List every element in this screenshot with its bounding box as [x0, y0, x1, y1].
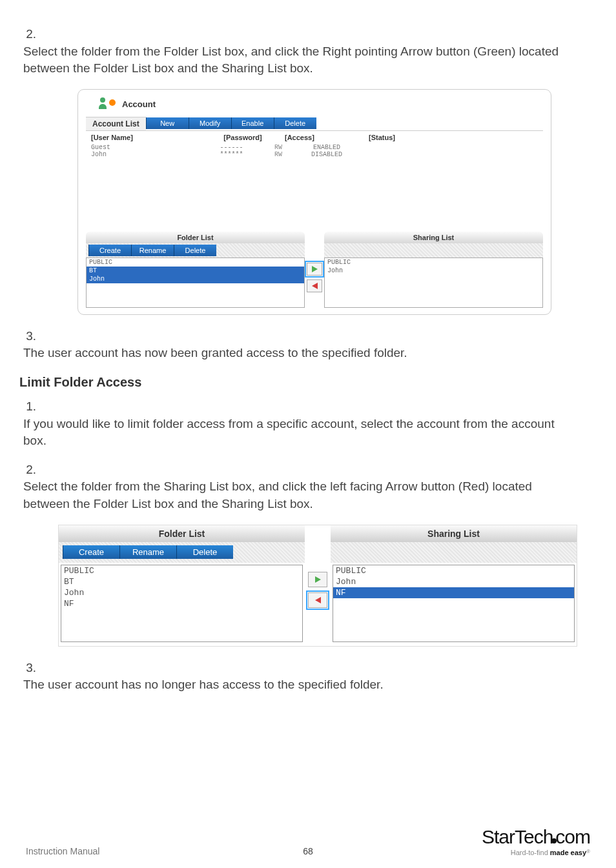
- folder-list-box[interactable]: PUBLIC BT John: [86, 257, 305, 308]
- sharing-list-header-2: Sharing List: [331, 525, 577, 542]
- list-item[interactable]: BT: [61, 576, 302, 587]
- arrow-left-icon: [315, 597, 321, 603]
- cell-rw: RW: [262, 144, 285, 151]
- table-row[interactable]: John ****** RW DISABLED: [86, 151, 543, 158]
- rename-button[interactable]: Rename: [131, 245, 174, 256]
- step-text: The user account has no longer has acces…: [23, 676, 577, 694]
- list-item[interactable]: PUBLIC: [87, 258, 304, 267]
- list-item[interactable]: NF: [333, 587, 574, 598]
- page-number: 68: [303, 846, 313, 856]
- list-item[interactable]: John: [61, 587, 302, 598]
- step-text: Select the folder from the Folder List b…: [23, 43, 577, 77]
- move-left-button-2[interactable]: [308, 592, 327, 608]
- step-text: If you would like to limit folder access…: [23, 416, 577, 450]
- instruction-step-2: 2. Select the folder from the Folder Lis…: [19, 26, 597, 77]
- list-item[interactable]: PUBLIC: [333, 565, 574, 576]
- create-button[interactable]: Create: [88, 245, 131, 256]
- sharing-list-header: Sharing List: [324, 232, 543, 243]
- footer-left: Instruction Manual: [26, 846, 99, 856]
- account-list-label: Account List: [86, 117, 146, 130]
- folder-delete-button[interactable]: Delete: [174, 245, 216, 256]
- list-item[interactable]: John: [325, 267, 542, 275]
- panel-title: Account: [122, 99, 156, 109]
- step-text: The user account has now been granted ac…: [23, 345, 577, 362]
- limit-step-1: 1. If you would like to limit folder acc…: [19, 398, 597, 450]
- cell-access: ENABLED: [285, 144, 369, 151]
- table-row[interactable]: Guest ------ RW ENABLED: [86, 144, 543, 151]
- arrow-right-icon: [315, 576, 321, 583]
- move-right-button[interactable]: [307, 263, 322, 276]
- cell-pw: ******: [201, 151, 262, 158]
- step-number: 2.: [19, 26, 36, 43]
- brand-tagline: Hard-to-find made easy®: [482, 849, 590, 856]
- users-icon: [99, 97, 117, 112]
- new-button[interactable]: New: [146, 117, 189, 129]
- limit-step-2: 2. Select the folder from the Sharing Li…: [19, 461, 597, 513]
- list-item[interactable]: PUBLIC: [325, 258, 542, 267]
- enable-button[interactable]: Enable: [231, 117, 274, 129]
- move-right-button-2[interactable]: [308, 572, 327, 587]
- cell-user: John: [91, 151, 201, 158]
- list-item[interactable]: John: [333, 576, 574, 587]
- col-status: [Status]: [369, 134, 446, 141]
- limit-folder-access-heading: Limit Folder Access: [19, 374, 597, 390]
- delete-button[interactable]: Delete: [274, 117, 316, 129]
- folder-list-box-2[interactable]: PUBLIC BT John NF: [61, 565, 303, 642]
- list-item[interactable]: NF: [61, 598, 302, 609]
- create-button-2[interactable]: Create: [63, 545, 119, 559]
- instruction-step-3: 3. The user account has now been granted…: [19, 328, 597, 362]
- step-number: 3.: [19, 328, 36, 345]
- cell-pw: ------: [201, 144, 262, 151]
- delete-button-2[interactable]: Delete: [176, 545, 233, 559]
- col-password: [Password]: [201, 134, 285, 141]
- col-access: [Access]: [285, 134, 369, 141]
- sharing-list-box-2[interactable]: PUBLIC John NF: [333, 565, 575, 642]
- cell-access: DISABLED: [285, 151, 369, 158]
- step-number: 3.: [19, 660, 36, 677]
- account-table-body: Guest ------ RW ENABLED John ****** RW D…: [86, 144, 543, 223]
- limit-step-3: 3. The user account has no longer has ac…: [19, 660, 597, 694]
- page-footer: Instruction Manual 68 StarTechcom Hard-t…: [26, 827, 590, 856]
- step-text: Select the folder from the Sharing List …: [23, 478, 577, 512]
- brand-name: StarTech: [482, 826, 553, 847]
- sharing-list-box[interactable]: PUBLIC John: [324, 257, 543, 308]
- brand-suffix: com: [555, 826, 590, 847]
- step-number: 2.: [19, 461, 36, 479]
- account-screenshot: Account Account List New Modify Enable D…: [77, 89, 551, 315]
- brand-block: StarTechcom Hard-to-find made easy®: [482, 827, 590, 856]
- list-item[interactable]: PUBLIC: [61, 565, 302, 576]
- account-table-header: [User Name] [Password] [Access] [Status]: [86, 130, 543, 144]
- arrow-left-icon: [312, 283, 318, 289]
- list-item[interactable]: BT: [87, 267, 304, 275]
- folder-list-header: Folder List: [86, 232, 305, 243]
- rename-button-2[interactable]: Rename: [119, 545, 176, 559]
- arrow-right-icon: [312, 266, 318, 272]
- step-number: 1.: [19, 398, 36, 416]
- brand-logo: StarTechcom: [482, 827, 590, 847]
- cell-user: Guest: [91, 144, 201, 151]
- move-left-button[interactable]: [307, 279, 322, 292]
- folder-list-header-2: Folder List: [59, 525, 305, 542]
- list-item[interactable]: John: [87, 275, 304, 283]
- modify-button[interactable]: Modify: [189, 117, 231, 129]
- cell-rw: RW: [262, 151, 285, 158]
- folder-screenshot-2: Folder List Create Rename Delete PUBLIC …: [58, 525, 577, 647]
- col-username: [User Name]: [91, 134, 201, 141]
